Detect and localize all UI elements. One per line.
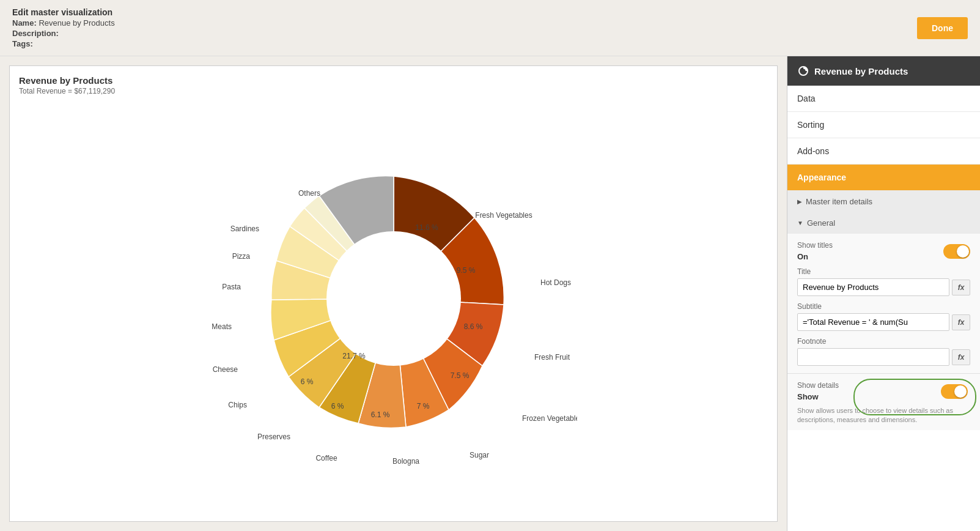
top-header: Edit master visualization Name: Revenue … [0,0,980,56]
svg-text:7.5 %: 7.5 % [450,371,469,380]
svg-text:Sardines: Sardines [230,225,259,233]
title-input[interactable] [797,278,949,296]
name-value: Revenue by Products [39,18,114,28]
show-titles-toggle[interactable] [943,244,970,259]
title-label: Title [797,267,970,276]
show-titles-value: On [797,252,833,261]
svg-text:Cheese: Cheese [212,365,238,374]
svg-text:21.7 %: 21.7 % [342,352,366,360]
pie-chart-icon [797,65,809,77]
general-section-content: Show titles On Title fx Subtitle fx Foot… [787,234,980,374]
svg-text:Fresh Fruit: Fresh Fruit [534,353,570,362]
name-label: Name: [12,18,37,28]
chart-subtitle: Total Revenue = $67,119,290 [19,87,768,95]
master-item-arrow-icon: ▶ [797,198,802,205]
footnote-fx-button[interactable]: fx [952,349,970,365]
general-section-header[interactable]: ▼ General [787,212,980,234]
title-fx-button[interactable]: fx [952,280,970,295]
nav-addons[interactable]: Add-ons [787,138,980,165]
nav-sorting[interactable]: Sorting [787,112,980,138]
chart-panel: Revenue by Products Total Revenue = $67,… [9,65,778,522]
show-details-toggle[interactable] [941,384,968,399]
svg-text:6 %: 6 % [300,377,313,386]
right-panel: Revenue by Products Data Sorting Add-ons… [787,56,980,531]
general-arrow-icon: ▼ [797,220,803,226]
svg-point-0 [326,231,461,366]
tags-label: Tags: [12,39,33,48]
svg-text:Preserves: Preserves [257,433,290,441]
tags-meta: Tags: [12,39,115,48]
show-details-row: Show details Show [797,381,970,401]
general-section-label: General [807,218,835,228]
panel-header: Revenue by Products [787,56,980,86]
svg-text:Hot Dogs: Hot Dogs [540,278,571,287]
footnote-input[interactable] [797,348,949,366]
desc-meta: Description: [12,29,115,38]
show-details-help-text: Show allows users to choose to view deta… [797,406,970,425]
svg-text:Coffee: Coffee [315,454,337,462]
svg-text:6.1 %: 6.1 % [370,410,389,419]
chart-title: Revenue by Products [19,75,768,86]
title-input-row: fx [797,278,970,296]
subtitle-fx-button[interactable]: fx [952,314,970,330]
nav-appearance[interactable]: Appearance [787,165,980,191]
nav-data[interactable]: Data [787,86,980,112]
show-titles-label: Show titles [797,241,833,250]
svg-text:Deli Meats: Deli Meats [210,322,232,331]
desc-label: Description: [12,29,59,38]
show-titles-row: Show titles On [797,241,970,261]
subtitle-input-row: fx [797,313,970,331]
subtitle-label: Subtitle [797,302,970,311]
svg-text:Frozen Vegetables: Frozen Vegetables [522,414,577,423]
show-details-value: Show [797,392,839,401]
donut-chart-svg: 11.6 % 9.5 % 8.6 % 7.5 % 7 % 6.1 % 6 % 6… [210,127,577,470]
main-area: Revenue by Products Total Revenue = $67,… [0,56,980,531]
done-button[interactable]: Done [917,17,968,39]
master-item-details-label: Master item details [806,197,872,206]
edit-master-label: Edit master visualization [12,7,115,17]
name-meta: Name: Revenue by Products [12,18,115,28]
svg-text:9.5 %: 9.5 % [456,266,475,275]
panel-title: Revenue by Products [814,66,908,76]
svg-text:Fresh Vegetables: Fresh Vegetables [475,211,532,220]
footnote-input-row: fx [797,348,970,366]
svg-text:7 %: 7 % [416,402,429,410]
header-info: Edit master visualization Name: Revenue … [12,7,115,48]
svg-text:Pasta: Pasta [222,283,241,291]
svg-text:Chips: Chips [228,401,247,409]
svg-text:6 %: 6 % [331,402,344,410]
subtitle-input[interactable] [797,313,949,331]
svg-point-26 [801,69,806,73]
svg-text:8.6 %: 8.6 % [463,322,482,331]
master-item-details-section[interactable]: ▶ Master item details [787,191,980,212]
svg-text:Bologna: Bologna [392,457,419,466]
svg-text:Sugar: Sugar [469,451,488,459]
svg-text:Pizza: Pizza [232,252,250,261]
show-details-label: Show details [797,381,839,390]
svg-text:11.6 %: 11.6 % [415,223,438,232]
show-details-section: Show details Show Show allows users to c… [787,374,980,430]
svg-text:Others: Others [298,189,320,198]
footnote-label: Footnote [797,337,970,346]
donut-container: 11.6 % 9.5 % 8.6 % 7.5 % 7 % 6.1 % 6 % 6… [19,95,768,502]
